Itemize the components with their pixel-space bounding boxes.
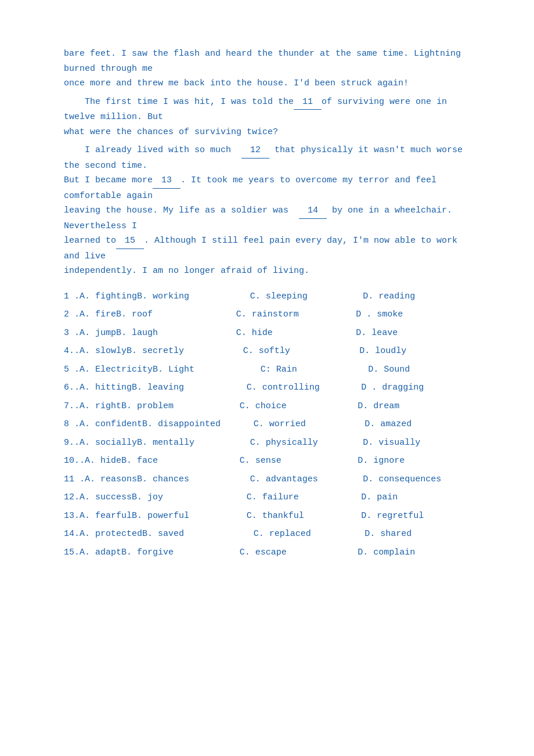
q12-d: D. pain xyxy=(361,490,476,505)
q3-d: D. leave xyxy=(356,326,476,341)
q10-d: D. ignore xyxy=(358,453,476,469)
q2-num: 2 .A. fire xyxy=(64,307,116,322)
the-word: the xyxy=(278,97,294,107)
q1-num: 1 .A. fighting xyxy=(64,289,137,304)
q12-b: B. joy xyxy=(132,490,247,505)
q13-num: 13.A. fearful xyxy=(64,509,132,524)
q7-num: 7..A. right xyxy=(64,399,121,414)
passage-line-3: The first time I was hit, I was told the… xyxy=(64,95,476,125)
q5-d: D. Sound xyxy=(368,362,476,377)
q15-num: 15.A. adapt xyxy=(64,545,121,560)
passage-line-5: I already lived with so much 12 that phy… xyxy=(64,143,476,173)
q6-c: C. controlling xyxy=(247,380,362,395)
q7-d: D. dream xyxy=(358,399,476,414)
q15-d: D. complain xyxy=(358,545,476,560)
q11-num: 11 .A. reasons xyxy=(64,472,137,487)
passage-line-4: what were the chances of surviving twice… xyxy=(64,125,476,140)
q5-b: B. Light xyxy=(153,362,261,377)
q3-c: C. hide xyxy=(236,326,356,341)
q11-b: B. chances xyxy=(137,472,250,487)
question-row-6: 6..A. hitting B. leaving C. controlling … xyxy=(64,380,476,395)
q9-c: C. physically xyxy=(250,435,363,451)
q10-num: 10..A. hide xyxy=(64,453,121,469)
q15-c: C. escape xyxy=(240,545,358,560)
q5-num: 5 .A. Electricity xyxy=(64,362,153,377)
q12-num: 12.A. success xyxy=(64,490,132,505)
question-row-7: 7..A. right B. problem C. choice D. drea… xyxy=(64,399,476,414)
q10-b: B. face xyxy=(121,453,240,469)
passage-container: bare feet. I saw the flash and heard the… xyxy=(64,46,476,279)
q2-d: D . smoke xyxy=(356,307,476,322)
question-row-10: 10..A. hide B. face C. sense D. ignore xyxy=(64,453,476,469)
q9-num: 9..A. socially xyxy=(64,435,137,451)
passage-line-1: bare feet. I saw the flash and heard the… xyxy=(64,46,476,76)
q14-num: 14.A. protected xyxy=(64,527,142,542)
q6-d: D . dragging xyxy=(361,380,476,395)
question-row-13: 13.A. fearful B. powerful C. thankful D.… xyxy=(64,509,476,524)
q13-d: D. regretful xyxy=(361,509,476,524)
q2-c: C. rainstorm xyxy=(236,307,356,322)
passage-line-9: independently. I am no longer afraid of … xyxy=(64,264,476,279)
blank-15: 15 xyxy=(116,233,144,249)
blank-11: 11 xyxy=(294,95,322,110)
blank-14: 14 xyxy=(299,203,327,219)
q1-b: B. working xyxy=(137,289,250,304)
q13-b: B. powerful xyxy=(132,509,247,524)
q3-num: 3 .A. jump xyxy=(64,326,116,341)
q15-b: B. forgive xyxy=(121,545,240,560)
q14-c: C. replaced xyxy=(254,527,365,542)
q9-d: D. visually xyxy=(363,435,476,451)
q7-c: C. choice xyxy=(240,399,358,414)
passage-line-2: once more and threw me back into the hou… xyxy=(64,76,476,91)
blank-13: 13 xyxy=(153,173,181,189)
q1-d: D. reading xyxy=(363,289,476,304)
q4-c: C. softly xyxy=(243,344,360,359)
blank-12: 12 xyxy=(241,143,269,159)
question-row-9: 9..A. socially B. mentally C. physically… xyxy=(64,435,476,451)
question-row-15: 15.A. adapt B. forgive C. escape D. comp… xyxy=(64,545,476,560)
q6-b: B. leaving xyxy=(132,380,247,395)
q8-c: C. worried xyxy=(254,417,365,432)
q7-b: B. problem xyxy=(121,399,240,414)
q1-c: C. sleeping xyxy=(250,289,363,304)
q6-num: 6..A. hitting xyxy=(64,380,132,395)
q13-c: C. thankful xyxy=(247,509,362,524)
q14-d: D. shared xyxy=(365,527,476,542)
question-row-2: 2 .A. fire B. roof C. rainstorm D . smok… xyxy=(64,307,476,322)
passage-line-8: learned to 15 . Although I still feel pa… xyxy=(64,233,476,264)
question-row-3: 3 .A. jump B. laugh C. hide D. leave xyxy=(64,326,476,341)
q10-c: C. sense xyxy=(240,453,358,469)
q8-num: 8 .A. confident xyxy=(64,417,142,432)
q8-d: D. amazed xyxy=(365,417,476,432)
q4-b: B. secretly xyxy=(127,344,243,359)
question-row-11: 11 .A. reasons B. chances C. advantages … xyxy=(64,472,476,487)
q11-d: D. consequences xyxy=(363,472,476,487)
q4-d: D. loudly xyxy=(359,344,476,359)
q9-b: B. mentally xyxy=(137,435,250,451)
q5-c: C: Rain xyxy=(261,362,369,377)
q11-c: C. advantages xyxy=(250,472,363,487)
q14-b: B. saved xyxy=(142,527,254,542)
question-row-4: 4..A. slowly B. secretly C. softly D. lo… xyxy=(64,344,476,359)
q12-c: C. failure xyxy=(247,490,362,505)
question-row-12: 12.A. success B. joy C. failure D. pain xyxy=(64,490,476,505)
q2-b: B. roof xyxy=(116,307,236,322)
q3-b: B. laugh xyxy=(116,326,236,341)
question-row-5: 5 .A. Electricity B. Light C: Rain D. So… xyxy=(64,362,476,377)
questions-container: 1 .A. fighting B. working C. sleeping D.… xyxy=(64,289,476,560)
q4-num: 4..A. slowly xyxy=(64,344,127,359)
question-row-1: 1 .A. fighting B. working C. sleeping D.… xyxy=(64,289,476,304)
question-row-14: 14.A. protected B. saved C. replaced D. … xyxy=(64,527,476,542)
passage-line-7: leaving the house. My life as a soldier … xyxy=(64,203,476,233)
passage-line-6: But I became more 13 . It took me years … xyxy=(64,173,476,203)
question-row-8: 8 .A. confident B. disappointed C. worri… xyxy=(64,417,476,432)
q8-b: B. disappointed xyxy=(142,417,254,432)
